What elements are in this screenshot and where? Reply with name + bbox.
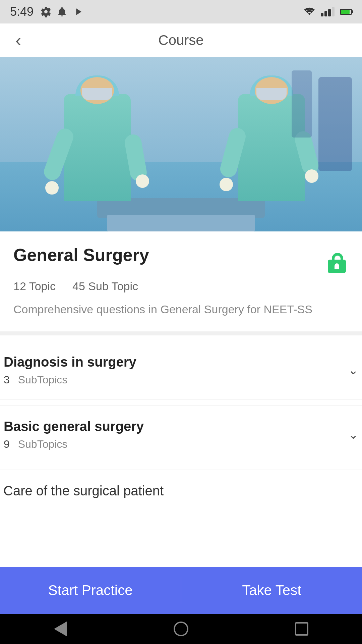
recents-nav-button[interactable] (290, 617, 313, 641)
content-area: General Surgery 12 Topic 45 Sub Topic Co… (0, 231, 362, 318)
topic-card[interactable]: Diagnosis in surgery 3 SubTopics ⌄ (0, 341, 362, 400)
course-title: General Surgery (13, 245, 149, 265)
topic-title: Diagnosis in surgery (4, 355, 348, 370)
table-base (107, 215, 255, 231)
start-practice-button[interactable]: Start Practice (0, 567, 181, 614)
topic-card[interactable]: Basic general surgery 9 SubTopics ⌄ (0, 405, 362, 464)
take-test-button[interactable]: Take Test (181, 567, 362, 614)
back-nav-button[interactable] (49, 617, 72, 641)
top-navigation: ‹ Course (0, 23, 362, 57)
status-icons (40, 6, 84, 17)
lock-status-icon (325, 246, 349, 273)
topic-info: Diagnosis in surgery 3 SubTopics (4, 355, 348, 386)
topic-title: Basic general surgery (4, 419, 348, 434)
topic-title-partial: Care of the surgical patient (3, 483, 359, 498)
chevron-down-icon: ⌄ (348, 428, 358, 442)
topic-card-partial[interactable]: Care of the surgical patient (0, 470, 362, 503)
play-icon (72, 6, 84, 17)
subtopic-count: 45 Sub Topic (72, 280, 138, 293)
course-meta: 12 Topic 45 Sub Topic (13, 280, 349, 293)
home-nav-button[interactable] (169, 617, 193, 641)
bottom-action-bar: Start Practice Take Test (0, 567, 362, 614)
status-time: 5:49 (10, 5, 34, 19)
status-right (303, 6, 352, 18)
equipment-decoration-2 (292, 70, 312, 138)
system-navigation-bar (0, 614, 362, 644)
notifications-icon (56, 6, 68, 17)
topic-info: Basic general surgery 9 SubTopics (4, 419, 348, 450)
wifi-icon (303, 6, 315, 18)
surgical-scene (0, 57, 362, 231)
settings-icon (40, 6, 52, 17)
topic-subtopics: 9 SubTopics (4, 438, 348, 450)
status-bar: 5:49 (0, 0, 362, 23)
status-left: 5:49 (10, 5, 84, 19)
course-header: General Surgery (13, 245, 349, 273)
topics-list: Diagnosis in surgery 3 SubTopics ⌄ Basic… (0, 341, 362, 503)
course-description: Comprehensive questions in General Surge… (13, 301, 349, 318)
signal-bars (321, 7, 335, 16)
surgeon-left (60, 94, 134, 201)
equipment-decoration (318, 77, 352, 171)
back-button[interactable]: ‹ (12, 27, 24, 54)
battery-icon (340, 9, 352, 15)
topic-count: 12 Topic (13, 280, 56, 293)
topic-subtopics: 3 SubTopics (4, 374, 348, 386)
course-hero-image (0, 57, 362, 231)
page-title: Course (158, 32, 203, 48)
section-divider (0, 331, 362, 335)
chevron-down-icon: ⌄ (348, 363, 358, 377)
